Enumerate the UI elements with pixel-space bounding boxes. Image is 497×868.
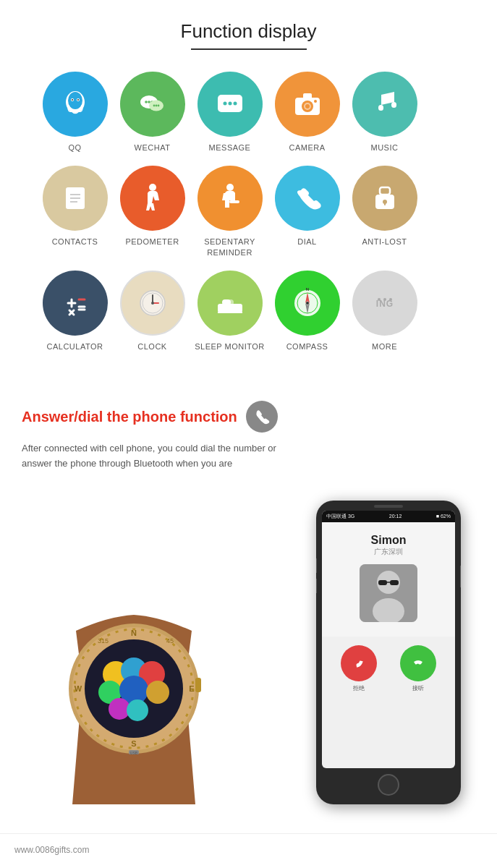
icon-item-calculator: CALCULATOR	[36, 271, 114, 352]
icon-label-pedometer: PEDOMETER	[125, 237, 179, 247]
message-icon	[212, 86, 248, 122]
phone-home-button[interactable]	[378, 774, 399, 796]
svg-text:E: E	[189, 684, 194, 693]
icon-item-compass: N COMPASS	[268, 271, 346, 352]
svg-rect-26	[391, 102, 396, 108]
icon-circle-calculator	[43, 271, 108, 336]
svg-point-13	[157, 105, 159, 107]
dial-icon	[289, 180, 326, 216]
icon-item-sleep: SLEEP MONITOR	[191, 271, 268, 352]
phone-status-bar: 中国联通 3G 20:12 ■ 62%	[322, 511, 455, 522]
decline-icon	[350, 655, 368, 672]
wechat-icon	[135, 86, 171, 122]
svg-point-17	[233, 102, 237, 106]
sleep-icon	[212, 285, 248, 321]
phone-volume-up	[316, 558, 317, 573]
svg-point-12	[155, 105, 157, 107]
decline-button[interactable]	[341, 645, 377, 681]
footer: www.0086gifts.com	[0, 833, 497, 864]
svg-text:W: W	[75, 684, 82, 693]
svg-point-64	[383, 298, 386, 301]
accept-label: 接听	[400, 684, 436, 692]
icon-label-wechat: WECHAT	[135, 142, 171, 153]
clock-icon	[135, 285, 171, 321]
answer-title: Answer/dial the phone function	[22, 409, 237, 425]
icon-item-pedometer: PEDOMETER	[114, 166, 191, 258]
product-image-area: N S W E 45 315	[22, 479, 475, 804]
caller-name: Simon	[329, 534, 448, 547]
icon-label-camera: CAMERA	[289, 142, 325, 153]
svg-rect-91	[390, 580, 399, 585]
camera-icon	[289, 86, 326, 122]
svg-text:S: S	[131, 739, 136, 748]
icon-circle-message	[197, 72, 263, 137]
phone-call-buttons: 拒绝 接听	[322, 637, 455, 697]
sedentary-icon	[212, 180, 248, 216]
icon-item-sedentary: SEDENTARY REMINDER	[191, 166, 268, 258]
icon-item-antilost: ANTI-LOST	[346, 166, 423, 258]
icon-item-qq: QQ	[36, 72, 114, 153]
page-title: Function display	[14, 20, 483, 43]
icon-label-qq: QQ	[68, 142, 81, 153]
svg-point-51	[151, 302, 154, 305]
phone-time: 20:12	[389, 514, 402, 519]
svg-rect-39	[384, 201, 386, 205]
icon-circle-wechat	[120, 72, 185, 137]
icon-label-message: MESSAGE	[209, 142, 251, 153]
svg-point-55	[228, 299, 234, 305]
svg-point-1	[68, 92, 82, 109]
contacts-icon	[57, 180, 93, 216]
svg-point-60	[306, 302, 309, 305]
svg-text:N: N	[131, 629, 137, 637]
icon-item-music: MUSIC	[346, 72, 423, 153]
icon-circle-more: ING	[352, 271, 417, 336]
icon-circle-compass: N	[275, 271, 340, 336]
svg-point-11	[153, 105, 155, 107]
svg-point-23	[305, 104, 310, 109]
answer-title-row: Answer/dial the phone function	[22, 401, 475, 433]
icon-label-antilost: ANTI-LOST	[362, 237, 407, 247]
decline-label: 拒绝	[341, 684, 377, 692]
phone-caller-area: Simon 广东深圳	[322, 522, 455, 637]
pedometer-icon	[135, 180, 171, 216]
svg-point-5	[77, 99, 79, 101]
icon-label-sleep: SLEEP MONITOR	[195, 341, 265, 352]
accept-icon	[409, 655, 427, 672]
phone-dial-icon	[253, 408, 271, 425]
caller-photo-svg	[360, 564, 417, 622]
phone-battery: ■ 62%	[436, 514, 451, 519]
svg-text:USB: USB	[130, 751, 138, 755]
icon-label-music: MUSIC	[371, 142, 399, 153]
antilost-icon	[367, 180, 403, 216]
qq-icon	[57, 86, 93, 122]
more-icon: ING	[367, 285, 403, 321]
icon-item-more: ING MORE	[346, 271, 423, 352]
icon-circle-sleep	[197, 271, 263, 336]
svg-rect-90	[378, 580, 387, 585]
svg-point-63	[378, 298, 381, 301]
decline-button-wrap: 拒绝	[341, 645, 377, 692]
music-icon	[367, 86, 403, 122]
svg-point-7	[145, 101, 148, 103]
icon-circle-qq	[43, 72, 108, 137]
icon-label-more: MORE	[372, 341, 397, 352]
svg-rect-20	[303, 93, 312, 99]
svg-point-8	[148, 101, 150, 103]
caller-photo	[360, 564, 417, 622]
answer-phone-icon	[246, 401, 278, 433]
phone-illustration: 中国联通 3G 20:12 ■ 62% Simon 广东深圳	[316, 501, 461, 804]
svg-rect-25	[378, 105, 383, 111]
phone-power	[460, 566, 461, 587]
icon-label-dial: DIAL	[297, 237, 316, 247]
icon-label-contacts: CONTACTS	[52, 237, 98, 247]
icon-item-camera: CAMERA	[268, 72, 346, 153]
footer-url: www.0086gifts.com	[14, 845, 89, 855]
svg-point-15	[223, 102, 226, 106]
icon-circle-contacts	[43, 166, 108, 231]
accept-button[interactable]	[400, 645, 436, 681]
svg-point-16	[228, 102, 231, 106]
watch-svg: N S W E 45 315	[14, 529, 253, 804]
compass-icon: N	[289, 285, 326, 321]
icon-circle-camera	[275, 72, 340, 137]
icon-label-compass: COMPASS	[286, 341, 328, 352]
